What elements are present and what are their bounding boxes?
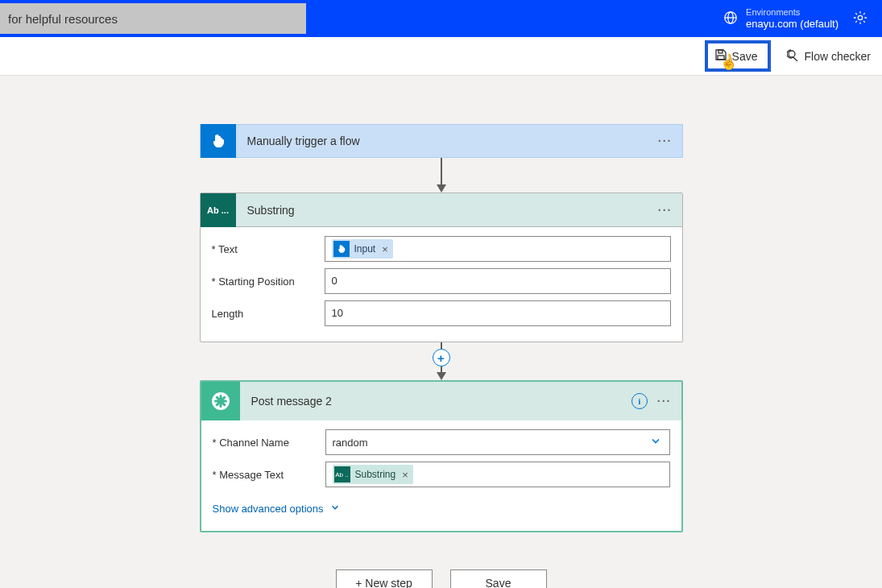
flow-checker-button[interactable]: Flow checker [787, 48, 871, 64]
substring-menu[interactable]: ··· [658, 204, 673, 217]
text-label: * Text [212, 243, 325, 255]
gear-icon[interactable] [853, 10, 868, 27]
save-icon [714, 48, 727, 64]
new-step-button[interactable]: + New step [336, 569, 433, 588]
flow-checker-label: Flow checker [805, 50, 871, 63]
substring-token[interactable]: Ab .. Substring × [333, 465, 413, 484]
save-button[interactable]: Save ☝ [705, 40, 771, 72]
show-advanced-link[interactable]: Show advanced options [213, 491, 670, 520]
connector-1 [437, 158, 446, 193]
chevron-down-icon [330, 503, 340, 515]
start-label: * Starting Position [212, 275, 325, 288]
input-token-close[interactable]: × [380, 243, 388, 255]
toolbar: Save ☝ Flow checker [0, 37, 882, 76]
message-text-input[interactable]: Ab .. Substring × [325, 462, 670, 487]
trigger-icon [201, 124, 236, 158]
save-label: Save [732, 50, 758, 63]
env-label: Environments [746, 7, 839, 18]
post-message-card[interactable]: Post message 2 i ··· * Channel Name rand… [200, 380, 683, 532]
info-icon[interactable]: i [631, 393, 648, 409]
post-message-menu[interactable]: ··· [657, 395, 672, 408]
flow-canvas: Manually trigger a flow ··· Ab ... Subst… [0, 76, 882, 588]
post-message-icon [201, 382, 240, 420]
trigger-card[interactable]: Manually trigger a flow ··· [200, 124, 683, 158]
svg-point-3 [858, 15, 862, 19]
input-token[interactable]: Input × [332, 239, 393, 259]
message-text-label: * Message Text [213, 469, 325, 481]
substring-card[interactable]: Ab ... Substring ··· * Text [200, 193, 683, 342]
channel-label: * Channel Name [213, 437, 325, 449]
post-message-title: Post message 2 [240, 395, 631, 408]
search-text: for helpful resources [8, 12, 118, 26]
search-input[interactable]: for helpful resources [0, 3, 306, 34]
substring-token-icon: Ab .. [334, 466, 350, 482]
text-input[interactable]: Input × [325, 236, 671, 262]
chevron-down-icon [650, 436, 661, 449]
save-step-button[interactable]: Save [450, 569, 547, 588]
connector-2: + [433, 342, 450, 380]
environment-selector[interactable]: Environments enayu.com (default) [723, 7, 839, 31]
advanced-link-text: Show advanced options [213, 503, 324, 515]
svg-point-6 [789, 51, 795, 57]
add-step-button[interactable]: + [433, 349, 450, 366]
trigger-menu[interactable]: ··· [658, 135, 673, 147]
channel-value: random [333, 437, 368, 449]
bottom-actions: + New step Save [336, 569, 547, 588]
trigger-title: Manually trigger a flow [236, 135, 658, 147]
input-token-label: Input [354, 243, 376, 255]
svg-rect-4 [718, 50, 723, 53]
svg-rect-5 [718, 56, 724, 60]
header-right: Environments enayu.com (default) [723, 7, 882, 31]
length-input[interactable]: 10 [325, 300, 671, 326]
length-label: Length [212, 308, 325, 320]
substring-token-label: Substring [355, 469, 396, 480]
env-name: enayu.com (default) [746, 18, 839, 31]
start-input[interactable]: 0 [325, 268, 671, 294]
checker-icon [787, 48, 800, 64]
substring-token-close[interactable]: × [400, 469, 408, 481]
globe-icon [723, 10, 738, 27]
substring-title: Substring [236, 204, 658, 217]
input-token-icon [333, 241, 350, 257]
substring-icon: Ab ... [201, 193, 236, 227]
channel-dropdown[interactable]: random [325, 429, 670, 455]
app-title-bar: for helpful resources Environments enayu… [0, 0, 882, 37]
